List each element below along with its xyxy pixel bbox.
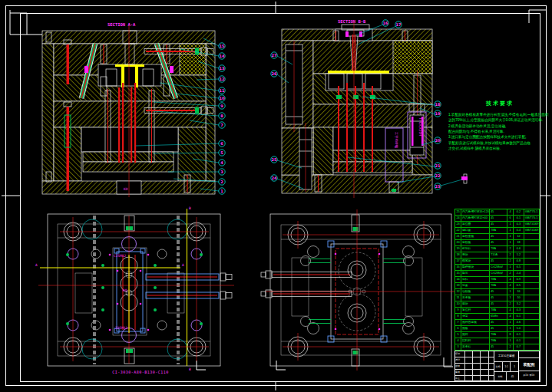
title-block-row-label: 校核	[455, 364, 465, 369]
bom-row: 15 型芯 Cr12MoV 2 2.4	[455, 271, 539, 277]
title-block-cell	[481, 357, 489, 363]
bom-cell-material: T8A	[490, 308, 507, 313]
balloon-6: 6	[219, 140, 225, 147]
bom-cell-material: 45	[490, 295, 507, 301]
bom-cell-material: T8A	[490, 228, 507, 233]
bom-cell-qty: 4	[507, 209, 514, 215]
title-block-cell	[473, 376, 481, 381]
bom-cell-name: 推板	[461, 326, 490, 331]
bom-cell-no: 16	[455, 265, 461, 270]
bom-cell-qty: 1	[507, 295, 514, 301]
bom-row: 24 内六角螺钉M12×40 45 6 0.1 GB/T70.1	[455, 216, 539, 222]
svg-text:2: 2	[220, 180, 223, 184]
qty-value: 1	[511, 362, 518, 371]
bom-cell-no: 12	[455, 289, 461, 295]
bom-row: 12 动模板 45 1 16	[455, 289, 539, 295]
bom-cell-name: 动模板	[461, 289, 490, 295]
title-block-cell	[465, 351, 473, 357]
svg-text:8: 8	[220, 114, 223, 118]
bom-cell-weight: 0.1	[514, 332, 524, 338]
bom-cell-qty: 1	[507, 320, 514, 325]
balloon-15: 15	[219, 43, 225, 49]
title-block-row-label: 工艺	[455, 376, 465, 381]
datum-a-left: A	[35, 263, 38, 267]
title-block: 标记 设计 校核 审核	[454, 351, 540, 381]
bom-cell-name: 定位圈	[461, 222, 490, 227]
bom-cell-note	[524, 320, 539, 325]
bom-row: 22 浇口套 T8A 1 0.4 GB/T4169	[455, 228, 539, 234]
bom-cell-note	[524, 314, 539, 319]
hose-fittings	[261, 271, 352, 298]
balloon-4: 4	[219, 160, 225, 166]
bom-cell-no: 25	[455, 209, 461, 215]
bom-cell-no: 19	[455, 246, 461, 252]
bom-cell-weight: 1.2	[514, 252, 524, 258]
bom-cell-name: 定模座板	[461, 234, 490, 239]
bom-row: 19 斜导柱 T8A 2 0.6	[455, 246, 539, 252]
bom-cell-weight: 0.1	[514, 216, 524, 221]
bom-cell-material: Cr12MoV	[490, 265, 507, 270]
bom-cell-material: 45	[490, 301, 507, 307]
bom-cell-note: GB/T4169	[524, 228, 539, 233]
tech-requirements-line: 3.浇口套与定位圈配合按图样和技术文件进行装配,	[448, 134, 551, 140]
title-block-middle: 工字轮注塑模 比例 1:1 1 材料 45	[494, 351, 519, 380]
balloon-7: 7	[219, 122, 225, 128]
bom-cell-name: 支承柱	[461, 344, 490, 350]
bom-row: 21 定模座板 45 1 12	[455, 234, 539, 240]
bom-cell-material: T8A	[490, 283, 507, 288]
title-block-cell	[465, 357, 473, 363]
bom-cell-name: 导套	[461, 283, 490, 288]
svg-text:1: 1	[220, 189, 223, 193]
bom-cell-note	[524, 332, 539, 338]
balloon-5: 5	[219, 150, 225, 156]
bom-cell-weight: 0.8	[514, 259, 524, 264]
bom-cell-name: 浇口套	[461, 228, 490, 233]
title-block-row-label: 审核	[455, 370, 465, 375]
bom-cell-note	[524, 240, 539, 245]
title-block-cell	[489, 357, 494, 363]
balloon-17: 17	[395, 21, 402, 28]
tech-requirements-line: 配合间隙均匀,不得有卡滞,灵活可靠.	[448, 129, 551, 134]
bom-cell-note	[524, 252, 539, 258]
bom-cell-weight: 0.7	[514, 344, 524, 350]
bom-cell-name: 滑块	[461, 252, 490, 258]
balloon-22: 22	[435, 173, 441, 179]
bom-cell-name: 拉料杆	[461, 338, 490, 344]
scale-row: 比例 1:1 1	[494, 362, 518, 372]
bom-cell-weight: 0.1	[514, 338, 524, 344]
bom-cell-material: Cr12MoV	[490, 271, 507, 276]
bom-cell-material: T8A	[490, 332, 507, 338]
bom-cell-qty: 1	[507, 265, 514, 270]
title-block-cell	[465, 364, 473, 369]
bom-cell-no: 24	[455, 216, 461, 221]
bom-cell-note	[524, 259, 539, 264]
balloon-11: 11	[219, 87, 225, 94]
bom-cell-material: 45	[490, 234, 507, 239]
corner-mark-top-right	[529, 10, 547, 23]
bom-row: 20 定模板 45 1 18	[455, 240, 539, 246]
bom-cell-qty: 8	[507, 332, 514, 338]
slide-rods-plan	[146, 273, 232, 299]
title-block-cell	[489, 364, 494, 369]
bom-cell-name: 垫块	[461, 301, 490, 307]
bom-cell-note	[524, 277, 539, 282]
datum-b-top: B	[189, 206, 191, 210]
bom-cell-qty: 1	[507, 234, 514, 239]
title-block-cell	[489, 376, 494, 381]
bom-cell-qty: 2	[507, 252, 514, 258]
balloon-19: 19	[435, 110, 441, 117]
bom-cell-weight: 0.9	[514, 277, 524, 282]
cad-drawing-sheet: SECTION A-A	[0, 0, 552, 392]
plan-view-moving-half	[261, 209, 461, 371]
bom-cell-note	[524, 246, 539, 252]
tech-requirements-line: 2.模具各活动部件动作灵活,定位准确,	[448, 124, 551, 129]
title-block-row: 标记	[455, 351, 494, 357]
title-block-row: 审核	[455, 370, 494, 376]
bom-cell-name: 斜导柱	[461, 246, 490, 252]
datum-a-right: A	[182, 263, 184, 267]
fold-mark	[276, 361, 286, 370]
bom-cell-material: 45	[490, 289, 507, 295]
bom-cell-qty: 2	[507, 271, 514, 276]
bom-row: 4 拉料杆 T8A 1 0.1	[455, 338, 539, 344]
svg-text:4: 4	[220, 160, 223, 165]
